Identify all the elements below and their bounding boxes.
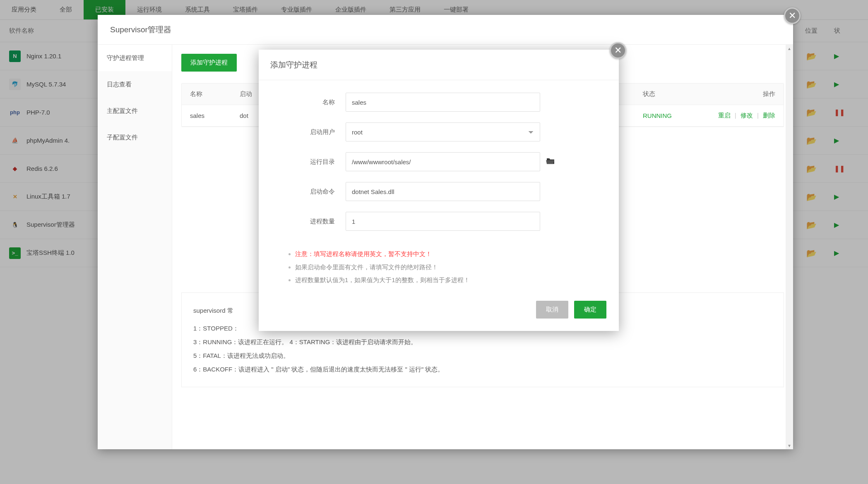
note-item: 注意：填写进程名称请使用英文，暂不支持中文！ [295,247,606,261]
dir-input[interactable] [346,152,540,171]
close-icon[interactable]: ✕ [784,7,801,24]
sidebar-item-log[interactable]: 日志查看 [98,71,172,98]
form-notes: 注意：填写进程名称请使用英文，暂不支持中文！ 如果启动命令里面有文件，请填写文件… [284,247,606,287]
add-process-modal: ✕ 添加守护进程 名称 启动用户 root 运行目录 启动命令 进程数量 [259,50,619,331]
cmd-label: 启动命令 [275,188,346,196]
name-input[interactable] [346,93,540,112]
help-line: 5：FATAL：该进程无法成功启动。 [193,349,772,362]
note-item: 进程数量默认值为1，如果值为大于1的整数，则相当于多进程！ [295,273,606,287]
sidebar-item-process-manage[interactable]: 守护进程管理 [98,45,172,71]
col-proc-status: 状态 [643,90,701,98]
proc-name: sales [190,112,240,119]
help-line: 3：RUNNING：该进程正在运行。 4：STARTING：该进程由于启动请求而… [193,335,772,349]
col-proc-name: 名称 [190,90,240,98]
user-select[interactable]: root [346,122,540,141]
col-proc-ops: 操作 [701,90,775,98]
close-icon[interactable]: ✕ [610,42,626,59]
supervisor-side-nav: 守护进程管理 日志查看 主配置文件 子配置文件 [98,45,172,449]
folder-icon[interactable] [546,157,555,167]
modal-footer: 取消 确定 [259,293,619,331]
count-label: 进程数量 [275,218,346,225]
sidebar-item-main-config[interactable]: 主配置文件 [98,98,172,124]
help-line: 6：BACKOFF：该进程进入 " 启动" 状态，但随后退出的速度太快而无法移至… [193,362,772,376]
add-process-form: 名称 启动用户 root 运行目录 启动命令 进程数量 [259,80,619,246]
add-process-modal-title: 添加守护进程 [259,50,619,80]
sidebar-item-sub-config[interactable]: 子配置文件 [98,124,172,151]
user-label: 启动用户 [275,128,346,136]
scroll-up-icon[interactable]: ▲ [786,45,793,52]
edit-link[interactable]: 修改 [741,112,753,119]
scroll-down-icon[interactable]: ▼ [786,442,793,449]
proc-ops: 重启 | 修改 | 删除 [701,112,775,120]
proc-status: RUNNING [643,112,701,119]
note-item: 如果启动命令里面有文件，请填写文件的绝对路径！ [295,261,606,274]
delete-link[interactable]: 删除 [763,112,775,119]
count-input[interactable] [346,212,540,231]
dir-label: 运行目录 [275,158,346,166]
name-label: 名称 [275,98,346,106]
cmd-input[interactable] [346,182,540,201]
supervisor-modal-title: Supervisor管理器 [98,15,793,45]
add-process-button[interactable]: 添加守护进程 [181,54,237,72]
restart-link[interactable]: 重启 [718,112,731,119]
scrollbar[interactable]: ▲ ▼ [786,45,793,449]
cancel-button[interactable]: 取消 [536,301,568,319]
ok-button[interactable]: 确定 [574,301,606,319]
